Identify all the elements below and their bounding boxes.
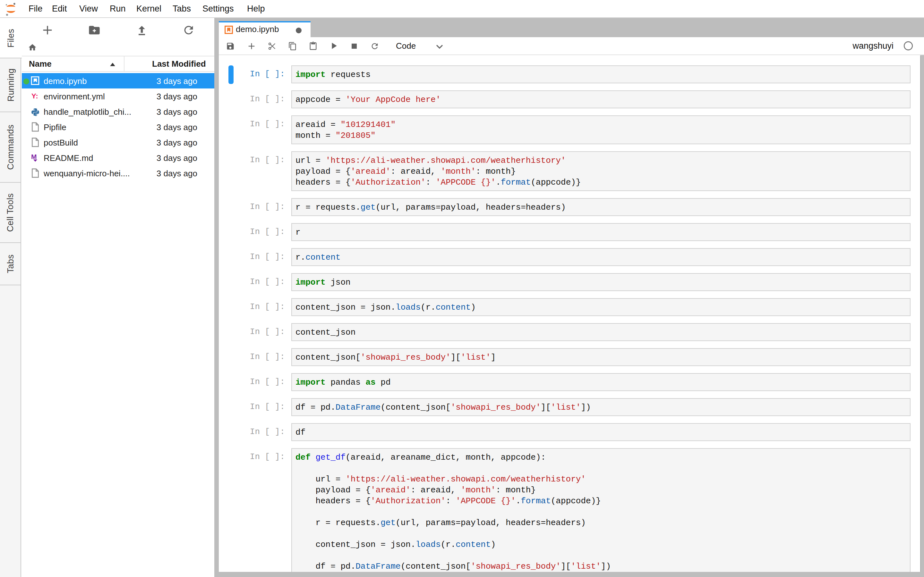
svg-text:Y:: Y:: [31, 92, 38, 100]
svg-text:M: M: [31, 153, 37, 160]
